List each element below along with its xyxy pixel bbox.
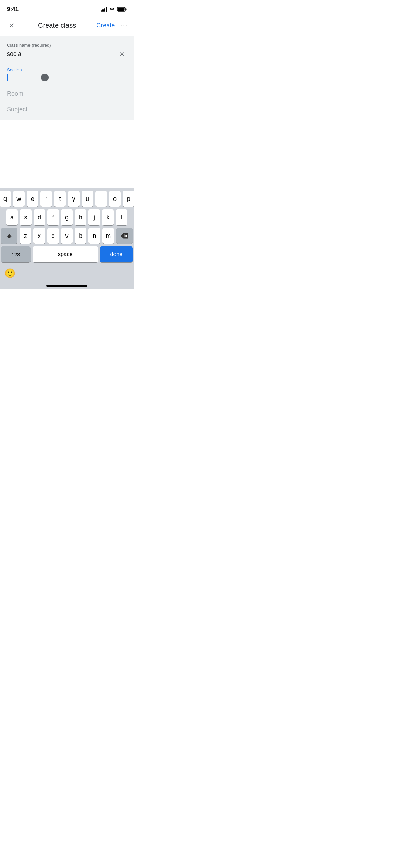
subject-placeholder[interactable]: Subject <box>7 106 127 113</box>
done-key[interactable]: done <box>100 246 133 262</box>
room-placeholder[interactable]: Room <box>7 90 127 97</box>
page-title: Create class <box>38 22 76 29</box>
keyboard-bottom-row: 🙂 <box>1 265 133 283</box>
subject-field-group: Subject <box>0 102 134 117</box>
key-v[interactable]: v <box>61 228 73 244</box>
class-name-clear-button[interactable] <box>117 49 127 59</box>
create-button[interactable]: Create <box>96 22 115 29</box>
key-u[interactable]: u <box>82 191 93 207</box>
keyboard-row-4: 123 space done <box>1 246 133 262</box>
key-z[interactable]: z <box>20 228 31 244</box>
section-field-group: Section <box>0 63 134 85</box>
close-button[interactable] <box>5 19 18 32</box>
emoji-button[interactable]: 🙂 <box>3 266 17 280</box>
key-m[interactable]: m <box>102 228 114 244</box>
key-a[interactable]: a <box>6 209 18 225</box>
nav-bar: Create class Create ··· <box>0 16 134 36</box>
wifi-icon <box>109 7 115 12</box>
key-f[interactable]: f <box>47 209 59 225</box>
more-options-button[interactable]: ··· <box>120 22 128 29</box>
class-name-field-row: social <box>7 49 127 62</box>
section-field-row <box>7 74 127 85</box>
key-h[interactable]: h <box>75 209 86 225</box>
delete-key[interactable] <box>116 228 133 244</box>
signal-icon <box>101 7 107 12</box>
room-field-row: Room <box>7 90 127 101</box>
svg-rect-1 <box>126 9 127 10</box>
key-r[interactable]: r <box>40 191 52 207</box>
key-w[interactable]: w <box>13 191 25 207</box>
keyboard-row-3: z x c v b n m <box>1 228 133 244</box>
key-s[interactable]: s <box>20 209 32 225</box>
shift-key[interactable] <box>1 228 17 244</box>
key-i[interactable]: i <box>95 191 107 207</box>
class-name-field-group: Class name (required) social <box>0 38 134 62</box>
content-spacer <box>0 120 134 148</box>
class-name-label: Class name (required) <box>7 43 127 48</box>
key-q[interactable]: q <box>0 191 11 207</box>
text-cursor <box>7 74 8 81</box>
class-name-value[interactable]: social <box>7 50 117 58</box>
status-time: 9:41 <box>7 6 19 13</box>
subject-field-row: Subject <box>7 106 127 117</box>
section-label: Section <box>7 67 127 72</box>
key-n[interactable]: n <box>88 228 100 244</box>
key-e[interactable]: e <box>27 191 38 207</box>
key-y[interactable]: y <box>68 191 80 207</box>
keyboard-row-1: q w e r t y u i o p <box>1 191 133 207</box>
key-g[interactable]: g <box>61 209 73 225</box>
keyboard-row-2: a s d f g h j k l <box>1 209 133 225</box>
key-o[interactable]: o <box>109 191 121 207</box>
key-b[interactable]: b <box>75 228 86 244</box>
section-input[interactable] <box>7 74 127 81</box>
status-icons <box>101 7 127 12</box>
form-area: Class name (required) social Section Roo… <box>0 36 134 120</box>
number-key[interactable]: 123 <box>1 246 31 262</box>
home-indicator <box>46 285 87 287</box>
status-bar: 9:41 <box>0 0 134 16</box>
drag-handle[interactable] <box>41 74 49 81</box>
room-field-group: Room <box>0 86 134 101</box>
key-t[interactable]: t <box>54 191 66 207</box>
key-x[interactable]: x <box>33 228 45 244</box>
key-p[interactable]: p <box>123 191 134 207</box>
key-j[interactable]: j <box>88 209 100 225</box>
nav-right-actions: Create ··· <box>96 22 128 29</box>
space-key[interactable]: space <box>33 246 98 262</box>
key-k[interactable]: k <box>102 209 114 225</box>
key-c[interactable]: c <box>47 228 59 244</box>
key-l[interactable]: l <box>116 209 127 225</box>
key-d[interactable]: d <box>34 209 45 225</box>
keyboard: q w e r t y u i o p a s d f g h j k l z … <box>0 188 134 289</box>
battery-icon <box>117 7 127 12</box>
svg-rect-2 <box>118 8 125 11</box>
